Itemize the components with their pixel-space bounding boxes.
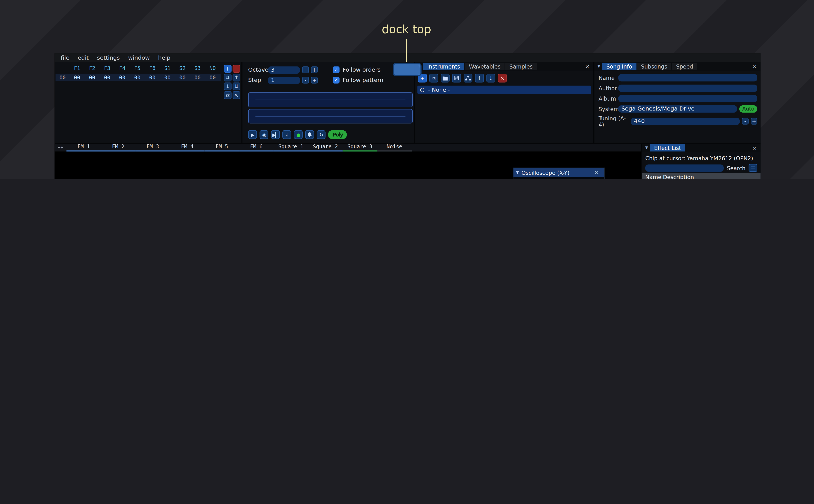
channel-header-fm-4[interactable]: FM 4 — [170, 144, 204, 151]
order-cell-8[interactable]: 00 — [190, 74, 205, 80]
order-column-no: NO — [205, 65, 220, 71]
tuning-decrease-button[interactable]: - — [742, 118, 749, 125]
order-cell-3[interactable]: 00 — [115, 74, 130, 80]
close-song-info-button[interactable]: × — [750, 63, 759, 70]
menu-window[interactable]: window — [124, 55, 154, 61]
order-cell-2[interactable]: 00 — [100, 74, 115, 80]
tuning-increase-button[interactable]: + — [751, 118, 757, 125]
order-row[interactable]: 00 00000000000000000000 — [55, 74, 221, 81]
effect-search-input[interactable] — [645, 164, 724, 171]
auto-system-button[interactable]: Auto — [739, 105, 757, 112]
order-cell-9[interactable]: 00 — [205, 74, 220, 80]
move-instrument-up-button[interactable]: ↑ — [475, 74, 484, 83]
oscilloscope-preview-top — [248, 92, 413, 107]
menu-file[interactable]: file — [57, 55, 74, 61]
follow-orders-checkbox[interactable]: ✓ Follow orders — [333, 66, 380, 73]
oscilloscope-titlebar[interactable]: ▼ Oscilloscope (X-Y) × — [513, 168, 604, 177]
window-menu-icon[interactable]: ▼ — [595, 64, 602, 69]
order-cell-6[interactable]: 00 — [160, 74, 175, 80]
duplicate-order-end-button[interactable]: ⇊ — [233, 83, 240, 90]
save-instrument-button[interactable] — [452, 74, 461, 83]
open-instrument-button[interactable] — [441, 74, 450, 83]
system-input[interactable]: Sega Genesis/Mega Drive — [618, 105, 737, 112]
tab-samples[interactable]: Samples — [505, 63, 537, 70]
play-button[interactable]: ▶ — [248, 130, 257, 139]
tab-instruments[interactable]: Instruments — [423, 63, 464, 70]
menu-settings[interactable]: settings — [93, 55, 124, 61]
instruments-panel: ▼ InstrumentsWavetablesSamples × +⧉↑↓× ○… — [415, 62, 593, 143]
menu-help[interactable]: help — [154, 55, 174, 61]
effect-search-row: Search ≡ — [642, 163, 761, 173]
album-input[interactable] — [618, 95, 757, 102]
channel-header-fm-2[interactable]: FM 2 — [101, 144, 135, 151]
pattern-corner-button[interactable]: ++ — [55, 144, 67, 151]
song-field-album: Album — [599, 95, 757, 102]
record-button[interactable]: ● — [294, 130, 303, 139]
menu-edit[interactable]: edit — [74, 55, 93, 61]
dock-top-target[interactable] — [393, 63, 422, 76]
channel-header-square-3[interactable]: Square 3 — [343, 144, 377, 151]
octave-decrease-button[interactable]: - — [302, 66, 309, 73]
close-effect-list-button[interactable]: × — [750, 144, 759, 151]
remove-order-button[interactable]: − — [233, 65, 240, 73]
channel-header-square-2[interactable]: Square 2 — [308, 144, 342, 151]
octave-increase-button[interactable]: + — [311, 66, 318, 73]
order-cell-0[interactable]: 00 — [69, 74, 85, 80]
duplicate-order-button[interactable]: ⧉ — [224, 74, 231, 81]
play-pattern-icon: ◉ — [262, 132, 266, 137]
tab-speed[interactable]: Speed — [672, 63, 697, 70]
remove-order-icon: − — [234, 66, 239, 71]
add-order-button[interactable]: + — [224, 65, 231, 73]
oscilloscope-window[interactable]: ▼ Oscilloscope (X-Y) × — [513, 168, 605, 179]
tab-effect-list[interactable]: Effect List — [650, 144, 685, 151]
instrument-list-item-none[interactable]: ○ - None - — [417, 86, 591, 94]
move-instrument-down-button[interactable]: ↓ — [487, 74, 495, 83]
octave-input[interactable]: 3 — [268, 66, 300, 73]
repeat-pattern-button[interactable]: ↻ — [317, 130, 325, 139]
collapse-icon[interactable]: ▼ — [516, 170, 519, 175]
tuning-input[interactable]: 440 — [631, 118, 740, 125]
close-oscilloscope-button[interactable]: × — [592, 169, 602, 176]
poly-button[interactable]: Poly — [328, 130, 347, 139]
octave-row: Octave 3 - + ✓ Follow orders — [248, 66, 412, 74]
step-increase-button[interactable]: + — [311, 77, 318, 84]
window-menu-icon[interactable]: ▼ — [643, 146, 650, 150]
channel-header-square-1[interactable]: Square 1 — [273, 144, 308, 151]
step-decrease-button[interactable]: - — [302, 77, 309, 84]
tab-song-info[interactable]: Song Info — [602, 63, 636, 70]
delete-instrument-button[interactable]: × — [498, 74, 507, 83]
order-cell-5[interactable]: 00 — [145, 74, 160, 80]
tab-wavetables[interactable]: Wavetables — [465, 63, 505, 70]
play-pattern-button[interactable]: ◉ — [259, 130, 268, 139]
duplicate-instrument-button[interactable]: ⧉ — [429, 74, 438, 83]
order-cell-7[interactable]: 00 — [175, 74, 190, 80]
desktop-background: fileeditsettingswindowhelp F1F2F3F4F5F6S… — [0, 0, 814, 179]
order-cell-1[interactable]: 00 — [85, 74, 100, 80]
tab-subsongs[interactable]: Subsongs — [637, 63, 672, 70]
move-order-down-icon: ↓ — [225, 84, 230, 89]
channel-header-fm-3[interactable]: FM 3 — [135, 144, 170, 151]
follow-pattern-checkbox[interactable]: ✓ Follow pattern — [333, 77, 383, 84]
channel-header-fm-1[interactable]: FM 1 — [66, 144, 101, 151]
name-label: Name — [599, 74, 618, 81]
move-order-down-button[interactable]: ↓ — [224, 83, 231, 90]
move-order-up-button[interactable]: ↑ — [233, 74, 240, 81]
checkbox-checked-icon: ✓ — [333, 77, 339, 84]
channel-header-fm-6[interactable]: FM 6 — [239, 144, 273, 151]
effect-list-menu-button[interactable]: ≡ — [749, 164, 757, 172]
order-cell-4[interactable]: 00 — [130, 74, 145, 80]
author-input[interactable] — [618, 84, 757, 92]
order-change-mode-button[interactable]: ⇄ — [224, 91, 231, 99]
step-input[interactable]: 1 — [268, 76, 300, 84]
name-input[interactable] — [618, 74, 757, 81]
step-one-row-button[interactable]: ▶▏ — [271, 130, 280, 139]
oscilloscope-title: Oscilloscope (X-Y) — [522, 169, 570, 176]
order-edit-mode-button[interactable]: ↖ — [233, 91, 240, 99]
metronome-button[interactable] — [305, 130, 314, 139]
play-from-cursor-button[interactable]: ↓ — [282, 130, 291, 139]
close-instruments-button[interactable]: × — [582, 63, 592, 70]
channel-header-noise[interactable]: Noise — [377, 144, 412, 151]
instrument-organize-button[interactable] — [464, 74, 473, 83]
channel-header-fm-5[interactable]: FM 5 — [205, 144, 239, 151]
play-controls-panel: Octave 3 - + ✓ Follow orders Step 1 - + … — [242, 62, 414, 143]
